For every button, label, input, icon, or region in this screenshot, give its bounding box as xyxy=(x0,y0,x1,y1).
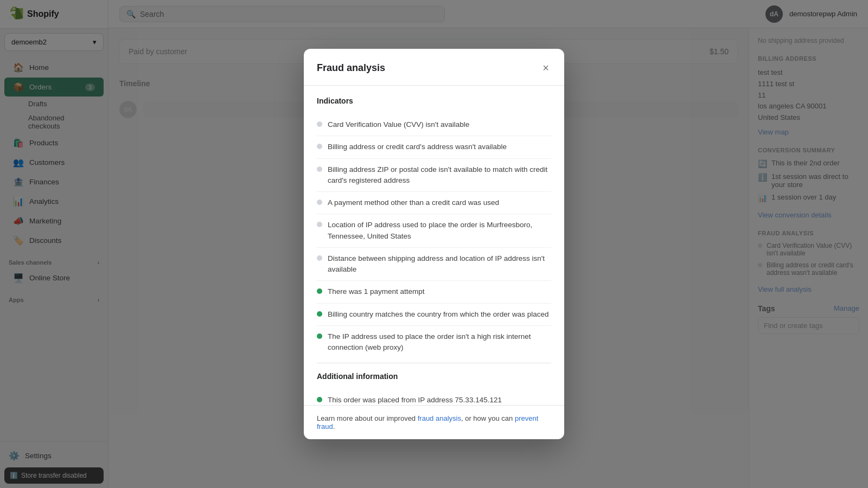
modal-overlay[interactable]: Fraud analysis × Indicators Card Verific… xyxy=(0,0,868,488)
indicator-dot-1 xyxy=(317,121,322,127)
indicators-list: Card Verification Value (CVV) isn't avai… xyxy=(317,114,551,358)
indicator-item-3: Billing address ZIP or postal code isn't… xyxy=(317,159,551,192)
indicator-text-8: Billing country matches the country from… xyxy=(328,309,548,320)
indicator-item-8: Billing country matches the country from… xyxy=(317,304,551,326)
indicator-item-1: Card Verification Value (CVV) isn't avai… xyxy=(317,114,551,136)
indicator-text-2: Billing address or credit card's address… xyxy=(328,142,507,152)
indicator-item-7: There was 1 payment attempt xyxy=(317,281,551,303)
additional-item-1: This order was placed from IP address 75… xyxy=(317,389,551,405)
additional-section-title: Additional information xyxy=(317,372,551,381)
indicator-text-1: Card Verification Value (CVV) isn't avai… xyxy=(328,119,469,130)
modal-body: Indicators Card Verification Value (CVV)… xyxy=(304,86,564,405)
additional-dot-1 xyxy=(317,397,322,402)
indicator-item-4: A payment method other than a credit car… xyxy=(317,192,551,214)
indicator-dot-7 xyxy=(317,288,322,294)
indicator-dot-6 xyxy=(317,255,322,261)
indicator-dot-5 xyxy=(317,222,322,227)
footer-text-2: , or how you can xyxy=(461,414,515,422)
indicator-text-9: The IP address used to place the order i… xyxy=(328,331,551,354)
indicator-text-5: Location of IP address used to place the… xyxy=(328,220,551,242)
indicator-dot-2 xyxy=(317,144,322,149)
indicator-dot-3 xyxy=(317,166,322,172)
footer-text-3: . xyxy=(333,422,335,431)
indicator-text-3: Billing address ZIP or postal code isn't… xyxy=(328,164,551,187)
indicator-item-6: Distance between shipping address and lo… xyxy=(317,248,551,281)
modal-footer: Learn more about our improved fraud anal… xyxy=(304,405,564,439)
footer-text-1: Learn more about our improved xyxy=(317,414,418,422)
indicator-item-5: Location of IP address used to place the… xyxy=(317,214,551,248)
indicator-text-7: There was 1 payment attempt xyxy=(328,286,425,297)
fraud-analysis-link[interactable]: fraud analysis xyxy=(418,414,461,422)
indicator-text-4: A payment method other than a credit car… xyxy=(328,197,499,208)
indicator-item-2: Billing address or credit card's address… xyxy=(317,136,551,158)
modal-close-button[interactable]: × xyxy=(540,60,551,76)
fraud-analysis-modal: Fraud analysis × Indicators Card Verific… xyxy=(304,49,564,439)
modal-header: Fraud analysis × xyxy=(304,49,564,86)
indicator-text-6: Distance between shipping address and lo… xyxy=(328,253,551,275)
indicator-dot-8 xyxy=(317,311,322,317)
indicator-dot-9 xyxy=(317,333,322,339)
indicator-item-9: The IP address used to place the order i… xyxy=(317,326,551,359)
modal-title: Fraud analysis xyxy=(317,62,385,74)
close-icon: × xyxy=(542,62,549,74)
additional-text-1: This order was placed from IP address 75… xyxy=(328,395,502,405)
additional-section: Additional information This order was pl… xyxy=(317,363,551,405)
indicator-dot-4 xyxy=(317,200,322,205)
indicators-section-title: Indicators xyxy=(317,97,551,105)
